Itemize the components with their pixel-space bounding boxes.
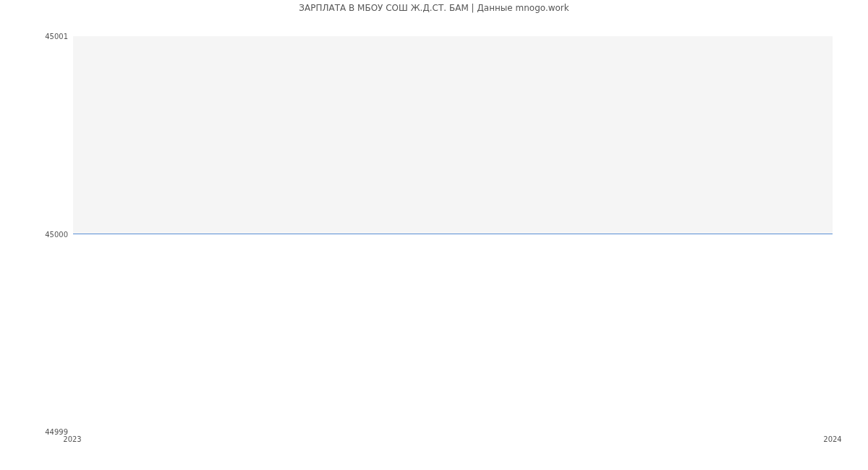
y-tick-label: 44999	[3, 428, 68, 436]
plot-bg-lower	[73, 234, 833, 431]
chart-title: ЗАРПЛАТА В МБОУ СОШ Ж.Д.СТ. БАМ | Данные…	[0, 3, 868, 13]
x-tick-label: 2024	[823, 435, 841, 443]
data-line-salary	[73, 234, 833, 234]
y-tick-label: 45000	[3, 230, 68, 238]
plot-area	[72, 36, 833, 432]
y-tick-label: 45001	[3, 33, 68, 40]
x-tick-label: 2023	[63, 435, 81, 443]
plot-bg-upper	[73, 36, 833, 234]
chart-container: ЗАРПЛАТА В МБОУ СОШ Ж.Д.СТ. БАМ | Данные…	[0, 0, 868, 470]
